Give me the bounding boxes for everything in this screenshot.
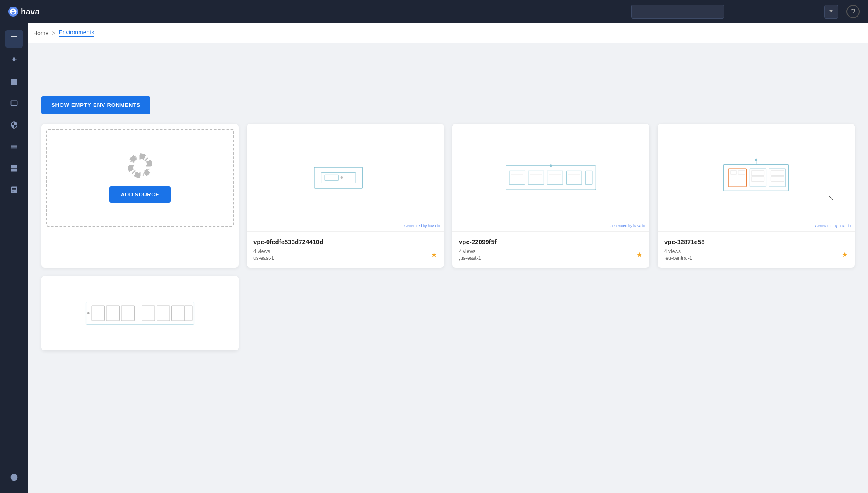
vpc-1-info: 4 views us-east-1, xyxy=(253,249,275,261)
vpc-1-views: 4 views xyxy=(253,249,275,254)
vpc-2-diagram xyxy=(452,124,649,231)
svg-rect-42 xyxy=(751,176,764,181)
svg-rect-28 xyxy=(585,171,592,184)
vpc-1-meta: 4 views us-east-1, ★ xyxy=(253,249,437,261)
svg-rect-45 xyxy=(771,176,784,181)
svg-line-9 xyxy=(145,158,147,161)
svg-rect-52 xyxy=(157,306,170,321)
svg-line-16 xyxy=(135,172,137,175)
search-input[interactable] xyxy=(631,5,724,19)
environments-grid: ADD SOURCE ⊕ xyxy=(41,124,855,350)
svg-rect-51 xyxy=(142,306,155,321)
environment-card-vpc-1[interactable]: ⊕ Generated by hava.io vpc-0fcdfe533d724… xyxy=(247,124,444,268)
svg-rect-49 xyxy=(106,306,120,321)
svg-rect-2 xyxy=(11,41,17,41)
environment-card-vpc-2[interactable]: Generated by hava.io vpc-22099f5f 4 view… xyxy=(452,124,649,268)
svg-rect-21 xyxy=(325,175,338,180)
breadcrumb-home[interactable]: Home xyxy=(33,30,48,36)
vpc-3-name: vpc-32871e58 xyxy=(664,238,848,245)
search-container: 🔍 xyxy=(631,5,838,19)
vpc-3-region: ,eu-central-1 xyxy=(664,255,692,261)
vpc-1-name: vpc-0fcdfe533d724410d xyxy=(253,238,437,245)
sidebar-item-grid2[interactable] xyxy=(5,159,23,177)
svg-rect-27 xyxy=(567,171,582,184)
vpc-1-region: us-east-1, xyxy=(253,255,275,261)
vpc-1-preview: ⊕ Generated by hava.io xyxy=(247,124,444,232)
svg-rect-38 xyxy=(730,170,737,174)
sidebar xyxy=(0,23,28,493)
svg-line-15 xyxy=(143,156,145,160)
breadcrumb-separator: > xyxy=(52,30,55,36)
svg-text:⊕: ⊕ xyxy=(340,175,343,179)
sidebar-item-monitor[interactable] xyxy=(5,94,23,113)
vpc-3-footer: vpc-32871e58 4 views ,eu-central-1 ★ xyxy=(658,232,855,268)
main-content: SHOW EMPTY ENVIRONMENTS xyxy=(28,86,868,493)
sidebar-item-list[interactable] xyxy=(5,138,23,156)
svg-line-7 xyxy=(133,158,135,161)
vpc-3-meta: 4 views ,eu-central-1 ★ xyxy=(664,249,848,261)
vpc-3-preview: ↖ Generated by hava.io xyxy=(658,124,855,232)
logo-icon xyxy=(8,7,18,17)
environment-card-vpc-3[interactable]: ↖ Generated by hava.io vpc-32871e58 4 vi… xyxy=(658,124,855,268)
vpc-2-name: vpc-22099f5f xyxy=(459,238,643,245)
svg-point-34 xyxy=(755,158,757,161)
svg-rect-53 xyxy=(172,306,185,321)
generated-by-label-2: Generated by hava.io xyxy=(610,224,645,228)
logo[interactable]: hava xyxy=(8,7,40,17)
svg-rect-41 xyxy=(751,170,764,175)
breadcrumb-bar: Home > Environments xyxy=(0,23,868,43)
vpc-2-preview: Generated by hava.io xyxy=(452,124,649,232)
vpc-3-diagram xyxy=(658,124,855,231)
vpc-3-views: 4 views xyxy=(664,249,692,254)
svg-rect-50 xyxy=(121,306,135,321)
vpc-2-footer: vpc-22099f5f 4 views ,us-east-1 ★ xyxy=(452,232,649,268)
vpc-3-star-button[interactable]: ★ xyxy=(841,250,848,259)
vpc-2-views: 4 views xyxy=(459,249,481,254)
svg-rect-23 xyxy=(506,165,596,189)
vpc-2-info: 4 views ,us-east-1 xyxy=(459,249,481,261)
show-empty-environments-button[interactable]: SHOW EMPTY ENVIRONMENTS xyxy=(41,96,150,114)
svg-line-8 xyxy=(145,171,147,173)
svg-rect-48 xyxy=(92,306,105,321)
vpc-2-meta: 4 views ,us-east-1 ★ xyxy=(459,249,643,261)
svg-rect-54 xyxy=(185,306,192,321)
svg-line-10 xyxy=(133,171,135,173)
breadcrumb-current[interactable]: Environments xyxy=(59,29,94,37)
vpc-3-info: 4 views ,eu-central-1 xyxy=(664,249,692,261)
add-source-card[interactable]: ADD SOURCE xyxy=(41,124,239,268)
sidebar-item-shield[interactable] xyxy=(5,116,23,134)
svg-rect-25 xyxy=(528,171,544,184)
help-button[interactable]: ? xyxy=(846,5,860,18)
environment-card-vpc-4[interactable] xyxy=(41,276,239,350)
sidebar-item-alert[interactable] xyxy=(5,468,23,486)
loading-spinner-icon xyxy=(128,153,152,178)
generated-by-label-1: Generated by hava.io xyxy=(404,224,440,228)
svg-rect-39 xyxy=(738,170,745,174)
sidebar-item-grid[interactable] xyxy=(5,73,23,91)
vpc-4-diagram xyxy=(41,276,239,350)
svg-line-14 xyxy=(146,169,149,170)
search-wrapper: 🔍 xyxy=(631,5,822,19)
vpc-1-star-button[interactable]: ★ xyxy=(431,250,437,259)
vpc-4-preview xyxy=(41,276,239,350)
svg-point-29 xyxy=(550,164,552,167)
sidebar-item-chart[interactable] xyxy=(5,181,23,199)
add-source-preview: ADD SOURCE xyxy=(46,129,234,227)
sidebar-item-download[interactable] xyxy=(5,51,23,70)
svg-rect-0 xyxy=(11,36,17,37)
svg-rect-1 xyxy=(11,39,17,39)
sidebar-item-menu[interactable] xyxy=(5,30,23,48)
logo-text: hava xyxy=(21,7,40,17)
vpc-2-star-button[interactable]: ★ xyxy=(636,250,643,259)
add-source-button[interactable]: ADD SOURCE xyxy=(109,186,171,203)
svg-line-11 xyxy=(135,156,137,160)
svg-line-12 xyxy=(143,172,145,175)
vpc-1-diagram: ⊕ xyxy=(247,124,444,231)
svg-line-18 xyxy=(146,161,149,162)
search-dropdown-button[interactable] xyxy=(824,5,838,19)
svg-point-47 xyxy=(87,312,89,314)
svg-rect-24 xyxy=(509,171,525,184)
vpc-1-footer: vpc-0fcdfe533d724410d 4 views us-east-1,… xyxy=(247,232,444,268)
top-navigation: hava 🔍 ? xyxy=(0,0,868,23)
svg-line-17 xyxy=(130,169,134,170)
